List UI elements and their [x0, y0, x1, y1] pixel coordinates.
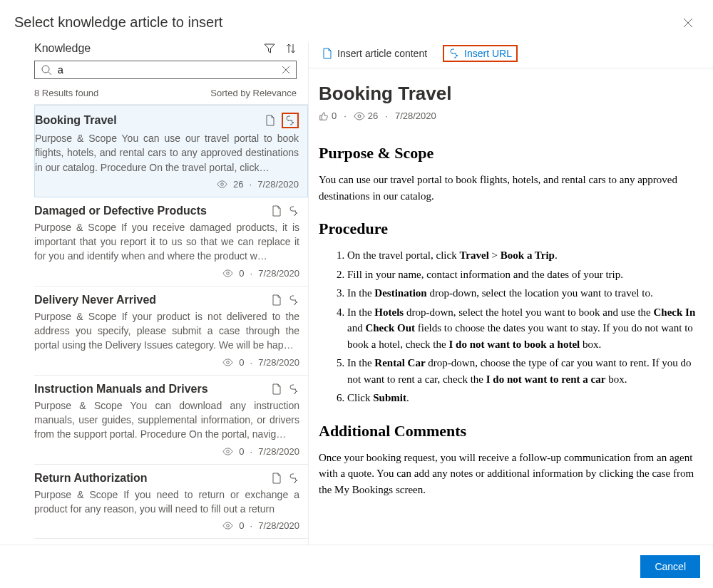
- svg-point-2: [227, 272, 230, 274]
- sort-button[interactable]: [285, 43, 297, 54]
- insert-content-action[interactable]: [271, 473, 282, 484]
- view-count: 26: [354, 110, 378, 121]
- results-list[interactable]: Booking TravelPurpose & Scope You can us…: [34, 104, 308, 545]
- article-date: 7/28/2020: [395, 110, 436, 121]
- results-count: 8 Results found: [34, 88, 98, 98]
- procedure-step: Click Submit.: [347, 390, 703, 406]
- eye-icon: [217, 180, 227, 188]
- document-icon: [322, 48, 333, 59]
- procedure-step: On the travel portal, click Travel > Boo…: [347, 247, 703, 264]
- procedure-step: Fill in your name, contact information a…: [347, 267, 703, 283]
- cancel-button[interactable]: Cancel: [640, 555, 700, 578]
- svg-point-1: [221, 183, 224, 186]
- svg-point-5: [227, 525, 230, 527]
- insert-url-action[interactable]: [288, 294, 299, 306]
- result-views: 0: [239, 446, 244, 457]
- clear-icon: [282, 66, 290, 74]
- result-snippet: Purpose & Scope If you need to return or…: [34, 488, 299, 517]
- tab-label: Insert article content: [337, 48, 427, 59]
- insert-content-action[interactable]: [271, 383, 282, 395]
- result-title: Delivery Never Arrived: [34, 294, 156, 306]
- insert-url-action[interactable]: [288, 205, 299, 217]
- result-views: 0: [239, 357, 244, 368]
- tab-insert-article-content[interactable]: Insert article content: [319, 45, 430, 62]
- svg-point-3: [227, 361, 230, 363]
- procedure-step: In the Rental Car drop-down, choose the …: [347, 355, 703, 387]
- procedure-steps: On the travel portal, click Travel > Boo…: [319, 247, 703, 406]
- result-snippet: Purpose & Scope If you receive damaged p…: [34, 220, 299, 264]
- eye-icon: [222, 269, 233, 277]
- eye-icon: [222, 448, 233, 455]
- result-views: 0: [239, 268, 244, 279]
- svg-point-6: [358, 115, 361, 118]
- article-content: Booking Travel 0 · 26 · 7/28/2020 Purp: [309, 68, 713, 545]
- procedure-step: In the Destination drop-down, select the…: [347, 285, 703, 301]
- thumbs-up-icon: [319, 111, 329, 121]
- insert-url-action[interactable]: [288, 383, 299, 395]
- heading-procedure: Procedure: [319, 217, 703, 240]
- result-date: 7/28/2020: [258, 357, 299, 368]
- tab-insert-url[interactable]: Insert URL: [443, 45, 518, 62]
- result-snippet: Purpose & Scope If your product is not d…: [34, 309, 299, 353]
- result-date: 7/28/2020: [257, 179, 299, 190]
- insert-content-action[interactable]: [271, 294, 282, 306]
- close-icon: [683, 18, 693, 28]
- procedure-step: In the Hotels drop-down, select the hote…: [347, 304, 703, 353]
- paragraph-purpose: You can use our travel portal to book fl…: [319, 172, 703, 204]
- article-title: Booking Travel: [319, 83, 703, 105]
- paragraph-comments: Once your booking request, you will rece…: [319, 450, 703, 498]
- result-title: Return Authorization: [34, 472, 148, 485]
- result-title: Instruction Manuals and Drivers: [34, 383, 208, 396]
- insert-content-action[interactable]: [265, 115, 276, 126]
- knowledge-label: Knowledge: [34, 42, 91, 55]
- link-icon: [448, 48, 460, 59]
- result-snippet: Purpose & Scope You can download any ins…: [34, 398, 299, 442]
- result-card[interactable]: Damaged or Defective ProductsPurpose & S…: [34, 197, 308, 287]
- eye-icon: [222, 359, 233, 366]
- result-date: 7/28/2020: [258, 268, 299, 279]
- search-icon: [41, 64, 52, 76]
- result-snippet: Purpose & Scope You can use our travel p…: [35, 131, 299, 175]
- like-count: 0: [319, 110, 337, 121]
- eye-icon: [222, 522, 233, 530]
- heading-comments: Additional Comments: [319, 419, 703, 443]
- clear-search-button[interactable]: [282, 66, 290, 74]
- search-field[interactable]: [34, 61, 297, 79]
- knowledge-panel: Knowledge: [0, 42, 308, 545]
- eye-icon: [354, 112, 365, 120]
- result-date: 7/28/2020: [258, 446, 299, 457]
- search-input[interactable]: [58, 64, 276, 76]
- sort-icon: [285, 43, 297, 54]
- result-date: 7/28/2020: [258, 520, 299, 531]
- filter-icon: [264, 43, 275, 54]
- result-card[interactable]: Booking TravelPurpose & Scope You can us…: [34, 105, 308, 197]
- filter-button[interactable]: [264, 43, 275, 54]
- result-title: Damaged or Defective Products: [34, 205, 207, 217]
- insert-content-action[interactable]: [271, 205, 282, 217]
- result-card[interactable]: Instruction Manuals and DriversPurpose &…: [34, 376, 308, 465]
- insert-url-action[interactable]: [288, 473, 299, 484]
- result-card[interactable]: Return AuthorizationPurpose & Scope If y…: [34, 465, 308, 540]
- result-title: Booking Travel: [35, 114, 117, 127]
- tab-label: Insert URL: [464, 48, 512, 59]
- article-preview-panel: Insert article content Insert URL Bookin…: [309, 42, 713, 545]
- svg-point-0: [42, 66, 49, 73]
- result-views: 0: [239, 520, 244, 531]
- heading-purpose: Purpose & Scope: [319, 141, 703, 165]
- svg-point-4: [227, 450, 230, 453]
- result-views: 26: [233, 179, 243, 190]
- sorted-by: Sorted by Relevance: [210, 88, 297, 98]
- close-button[interactable]: [677, 15, 699, 31]
- insert-url-action[interactable]: [282, 113, 299, 128]
- dialog-title: Select knowledge article to insert: [14, 14, 222, 31]
- link-icon: [284, 115, 296, 126]
- result-card[interactable]: Delivery Never ArrivedPurpose & Scope If…: [34, 287, 308, 376]
